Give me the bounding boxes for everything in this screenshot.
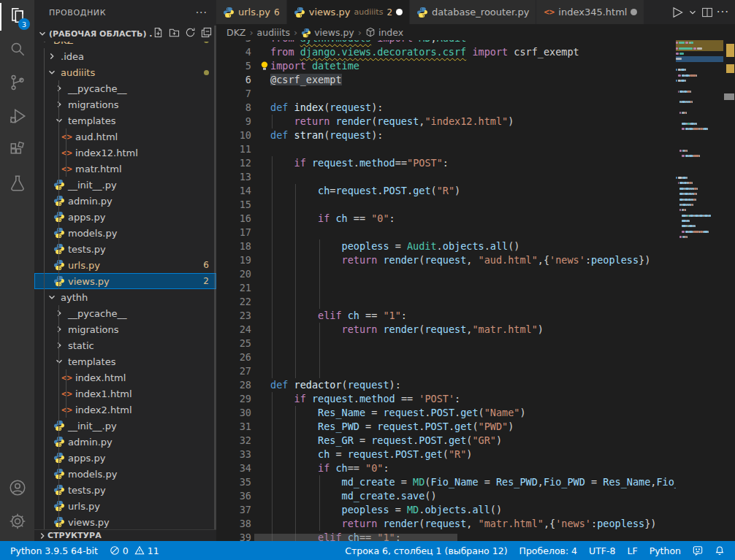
tree-folder-aythh[interactable]: aythh <box>34 289 216 305</box>
split-editor-icon[interactable] <box>701 6 714 19</box>
status-bell-button[interactable] <box>709 541 731 560</box>
refresh-icon[interactable] <box>185 27 196 40</box>
python-icon <box>53 211 65 223</box>
tree-file-tests-py[interactable]: tests.py <box>34 482 216 498</box>
tree-folder-migrations[interactable]: migrations <box>34 96 216 112</box>
tree-folder-dkz[interactable]: DKZ <box>34 42 216 48</box>
indent-guide <box>295 461 296 475</box>
line-number: 16 <box>216 212 251 226</box>
line-number: 15 <box>216 198 251 212</box>
activitybar-extensions-button[interactable] <box>0 134 34 168</box>
testing-icon <box>8 174 27 196</box>
new-folder-icon[interactable] <box>169 27 180 40</box>
status-feedback-button[interactable] <box>687 541 709 560</box>
horizontal-scrollbar[interactable] <box>254 534 457 541</box>
workspace-section-header[interactable]: (РАБОЧАЯ ОБЛАСТЬ) ... <box>34 26 216 42</box>
tree-file--init-py[interactable]: __init__.py <box>34 177 216 193</box>
tree-folder-migrations[interactable]: migrations <box>34 321 216 337</box>
line-number: 19 <box>216 253 251 267</box>
feedback-icon <box>693 545 703 556</box>
tree-file-index-html[interactable]: <>index.html <box>34 369 216 386</box>
code-line-38: 38 return render(request, "matr.html",{'… <box>216 517 676 531</box>
breadcrumb-item-dkz[interactable]: DKZ <box>226 27 245 38</box>
ruler-mark <box>726 44 734 57</box>
outline-section-label: СТРУКТУРА <box>47 531 102 540</box>
code-editor[interactable]: 3from aythh.models import MD,Audit4from … <box>216 40 735 541</box>
outline-section-header[interactable]: СТРУКТУРА <box>34 529 216 541</box>
py-icon <box>294 7 305 18</box>
tree-item-label: __pycache__ <box>68 308 126 319</box>
code-line-22: 22 <box>216 295 676 309</box>
explorer-more-button[interactable]: ··· <box>196 0 207 26</box>
activitybar-explorer-button[interactable]: 3 <box>0 0 34 34</box>
status-encoding[interactable]: UTF-8 <box>583 541 621 560</box>
activitybar-settings-button[interactable] <box>0 506 34 540</box>
tree-file-apps-py[interactable]: apps.py <box>34 209 216 225</box>
tree-file-views-py[interactable]: views.py <box>34 514 216 529</box>
breadcrumb-item-index[interactable]: index <box>365 27 403 38</box>
tree-file-aud-html[interactable]: <>aud.html <box>34 129 216 145</box>
code-line-12: 12 if request.method=="POST": <box>216 156 676 170</box>
status-indentation[interactable]: Пробелов: 4 <box>514 541 584 560</box>
status-problems[interactable]: 011 <box>104 541 165 560</box>
tab-bar: urls.py6views.pyaudiiits2database_rooute… <box>216 0 735 24</box>
indent-guide <box>272 212 273 226</box>
tree-file--init-py[interactable]: __init__.py <box>34 418 216 434</box>
run-icon[interactable] <box>670 5 685 20</box>
activitybar-search-button[interactable] <box>0 34 34 67</box>
tree-file-index12-html[interactable]: <>index12.html <box>34 145 216 161</box>
unsaved-dot[interactable] <box>631 9 637 15</box>
tree-folder-templates[interactable]: templates <box>34 112 216 129</box>
breadcrumb-item-audiiits[interactable]: audiiits <box>257 27 290 38</box>
breadcrumb-item-views-py[interactable]: views.py <box>301 27 354 38</box>
lightbulb-icon[interactable] <box>259 61 270 74</box>
status-eol[interactable]: LF <box>622 541 644 560</box>
collapse-all-icon[interactable] <box>201 27 212 40</box>
breadcrumb-label: audiiits <box>257 27 290 38</box>
ruler-mark <box>724 93 734 100</box>
status-language-mode[interactable]: Python <box>644 541 687 560</box>
run-dropdown-icon[interactable] <box>688 7 698 18</box>
tree-folder--idea[interactable]: .idea <box>34 48 216 64</box>
code-line-25: 25 <box>216 337 676 350</box>
line-number: 5 <box>216 59 251 73</box>
tree-folder--pycache-[interactable]: __pycache__ <box>34 80 216 96</box>
tree-file-urls-py[interactable]: urls.py6 <box>34 257 216 273</box>
tree-folder--pycache-[interactable]: __pycache__ <box>34 305 216 321</box>
tab-urls-py[interactable]: urls.py6 <box>216 0 287 24</box>
settings-icon <box>8 512 27 534</box>
activitybar-testing-button[interactable] <box>0 168 34 202</box>
new-file-icon[interactable] <box>153 27 164 40</box>
tree-file-apps-py[interactable]: apps.py <box>34 450 216 466</box>
status-python-version[interactable]: Python 3.9.5 64-bit <box>4 541 104 560</box>
tab-database-roouter-py[interactable]: database_roouter.py <box>410 0 536 24</box>
tab-views-py[interactable]: views.pyaudiiits2 <box>287 0 410 24</box>
activitybar-account-button[interactable] <box>0 472 34 506</box>
activitybar-run-debug-button[interactable] <box>0 101 34 134</box>
indent-guide <box>295 184 296 198</box>
tree-file-index2-html[interactable]: <>index2.html <box>34 402 216 418</box>
tree-file-index1-html[interactable]: <>index1.html <box>34 386 216 402</box>
unsaved-dot[interactable] <box>396 9 403 15</box>
tree-file-tests-py[interactable]: tests.py <box>34 241 216 257</box>
tree-file-views-py[interactable]: views.py2 <box>34 273 216 289</box>
activitybar-source-control-button[interactable] <box>0 67 34 101</box>
tree-file-models-py[interactable]: models.py <box>34 466 216 482</box>
tab-index345-html[interactable]: <>index345.html <box>536 0 644 24</box>
status-cursor-position[interactable]: Строка 6, столбец 1 (выбрано 12) <box>339 541 513 560</box>
tree-file-matr-html[interactable]: <>matr.html <box>34 161 216 177</box>
tree-folder-audiiits[interactable]: audiiits <box>34 64 216 80</box>
tree-file-admin-py[interactable]: admin.py <box>34 193 216 209</box>
problems-badge: 2 <box>203 276 209 286</box>
minimap[interactable] <box>676 40 723 541</box>
tree-file-urls-py[interactable]: urls.py <box>34 498 216 514</box>
tree-folder-templates[interactable]: templates <box>34 353 216 369</box>
tree-file-admin-py[interactable]: admin.py <box>34 434 216 450</box>
code-line-36: 36 md_create.save() <box>216 489 676 503</box>
tree-file-models-py[interactable]: models.py <box>34 225 216 241</box>
sidebar-scrollbar[interactable] <box>214 26 216 529</box>
indent-guide <box>295 323 296 337</box>
more-button[interactable]: ··· <box>717 6 729 19</box>
tree-folder-static[interactable]: static <box>34 337 216 353</box>
line-number: 32 <box>216 434 251 448</box>
